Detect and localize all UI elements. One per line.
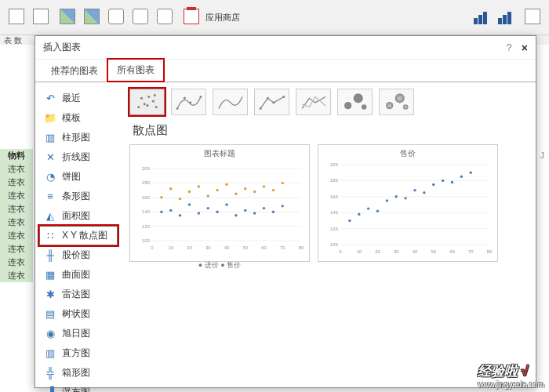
subtype-row: [129, 89, 528, 115]
chart-type-label: 雷达图: [62, 288, 90, 301]
svg-text:30: 30: [205, 245, 211, 250]
template-icon: 📁: [44, 113, 56, 124]
tab-all-charts[interactable]: 所有图表: [107, 58, 165, 82]
table-icon: [33, 9, 49, 24]
svg-point-101: [432, 183, 434, 186]
chart-type-label: X Y 散点图: [62, 229, 107, 242]
svg-text:70: 70: [468, 249, 474, 254]
chart-type-template[interactable]: 📁模板: [39, 108, 118, 128]
ribbon-chart-btn2[interactable]: [496, 7, 516, 27]
chart-type-column[interactable]: ▥柱形图: [39, 128, 118, 147]
chart-type-bar[interactable]: ≡条形图: [39, 187, 118, 206]
ribbon-smartart-btn[interactable]: [130, 7, 151, 27]
chart-type-label: 饼图: [62, 170, 81, 183]
tab-recommended[interactable]: 推荐的图表: [42, 60, 107, 82]
ribbon-screenshot-btn[interactable]: [155, 7, 175, 27]
chart-type-label: 旭日图: [62, 327, 90, 340]
subtype-scatter-smooth[interactable]: [213, 89, 248, 115]
chart-type-histogram[interactable]: ▥直方图: [39, 343, 118, 363]
help-button[interactable]: ?: [507, 42, 512, 53]
svg-text:140: 140: [142, 209, 151, 214]
chart-type-recent[interactable]: ↶最近: [39, 89, 118, 108]
chart-type-surface[interactable]: ▦曲面图: [39, 265, 118, 285]
column-icon: ▥: [44, 132, 56, 143]
dialog-titlebar: 插入图表 ? ×: [35, 36, 536, 60]
ribbon-table-btn2[interactable]: [31, 7, 51, 27]
chart-type-label: 瀑布图: [62, 386, 90, 392]
ribbon-pivot-btn[interactable]: [522, 7, 543, 27]
chart-type-label: 条形图: [62, 190, 90, 203]
column-letter-j: J: [540, 151, 545, 160]
area-icon: ◭: [44, 211, 56, 222]
close-button[interactable]: ×: [522, 42, 528, 54]
svg-point-65: [235, 193, 237, 195]
data-row[interactable]: 连衣: [0, 162, 33, 176]
svg-point-51: [235, 214, 237, 216]
svg-text:140: 140: [330, 210, 339, 215]
ribbon-chart-btn[interactable]: [471, 7, 492, 27]
stock-icon: ╫: [44, 250, 56, 261]
chart-preview-2[interactable]: 售价 10012014016018020001020304050607080: [318, 144, 498, 262]
sunburst-icon: ◉: [44, 328, 56, 339]
svg-text:60: 60: [449, 249, 455, 254]
chart-type-stock[interactable]: ╫股价图: [39, 245, 118, 265]
ribbon-online-pic-btn[interactable]: [82, 7, 102, 27]
chart-type-line[interactable]: ✕折线图: [39, 147, 118, 167]
chart-type-label: 面积图: [62, 209, 90, 223]
chart-type-label: 折线图: [62, 151, 90, 164]
online-picture-icon: [84, 9, 100, 24]
chart-type-label: 最近: [62, 92, 81, 105]
svg-point-56: [282, 205, 284, 207]
svg-point-53: [253, 212, 256, 214]
chart-type-scatter[interactable]: ∷X Y 散点图: [39, 226, 118, 245]
data-row[interactable]: 连衣: [0, 229, 33, 242]
chart-preview-1[interactable]: 图表标题 10012014016018020001020304050607080…: [129, 144, 310, 262]
chart-type-radar[interactable]: ✱雷达图: [39, 285, 118, 304]
watermark-text: 经验啦: [478, 364, 518, 379]
insert-chart-dialog: 插入图表 ? × 推荐的图表 所有图表 ↶最近📁模板▥柱形图✕折线图◔饼图≡条形…: [35, 35, 536, 388]
svg-text:20: 20: [187, 245, 192, 250]
svg-point-96: [386, 199, 388, 201]
subtype-bubble[interactable]: [337, 89, 373, 115]
data-row[interactable]: 连衣: [0, 216, 33, 229]
svg-text:180: 180: [330, 178, 339, 183]
data-row[interactable]: 连衣: [0, 176, 33, 189]
subtype-scatter-lines[interactable]: [296, 89, 331, 115]
ribbon-lbl-0: 表 数: [4, 35, 22, 43]
data-row[interactable]: 连衣: [0, 242, 33, 256]
subtype-bubble-3d[interactable]: [379, 89, 414, 115]
chart-type-treemap[interactable]: ▤树状图: [39, 304, 118, 324]
chart-type-label: 直方图: [62, 347, 90, 360]
subtype-scatter-lines-markers[interactable]: [254, 89, 289, 115]
ribbon-table-btn[interactable]: [6, 7, 27, 27]
svg-text:100: 100: [330, 242, 339, 247]
svg-text:0: 0: [339, 249, 342, 254]
ribbon-pic-btn[interactable]: [57, 7, 78, 27]
svg-point-66: [244, 187, 246, 190]
col-header[interactable]: 物料: [0, 149, 33, 162]
chart-type-pie[interactable]: ◔饼图: [39, 167, 118, 187]
chart-type-waterfall[interactable]: ▟瀑布图: [39, 383, 118, 392]
svg-point-3: [147, 96, 150, 98]
data-row[interactable]: 连衣: [0, 256, 33, 269]
subtype-scatter[interactable]: [129, 89, 165, 115]
ribbon-store-btn[interactable]: [181, 7, 202, 27]
svg-text:80: 80: [487, 249, 493, 254]
ribbon-group-store: 应用商店: [181, 7, 240, 27]
store-icon: [184, 9, 199, 24]
chart-previews: 图表标题 10012014016018020001020304050607080…: [129, 144, 528, 262]
data-row[interactable]: 连衣: [0, 202, 33, 216]
chart-type-boxwhisker[interactable]: ╬箱形图: [39, 363, 118, 383]
ribbon-group-pivot: [522, 7, 543, 27]
dialog-title-text: 插入图表: [43, 41, 81, 54]
chart-type-area[interactable]: ◭面积图: [39, 206, 118, 226]
ribbon: 应用商店: [0, 0, 549, 35]
data-row[interactable]: 连衣: [0, 269, 33, 282]
chart-type-sunburst[interactable]: ◉旭日图: [39, 324, 118, 343]
data-row[interactable]: 连衣: [0, 189, 33, 202]
subtype-scatter-smooth-markers[interactable]: [171, 89, 206, 115]
svg-text:160: 160: [330, 194, 339, 199]
ribbon-shapes-btn[interactable]: [106, 7, 126, 27]
svg-text:40: 40: [413, 249, 418, 254]
svg-point-102: [442, 180, 444, 182]
